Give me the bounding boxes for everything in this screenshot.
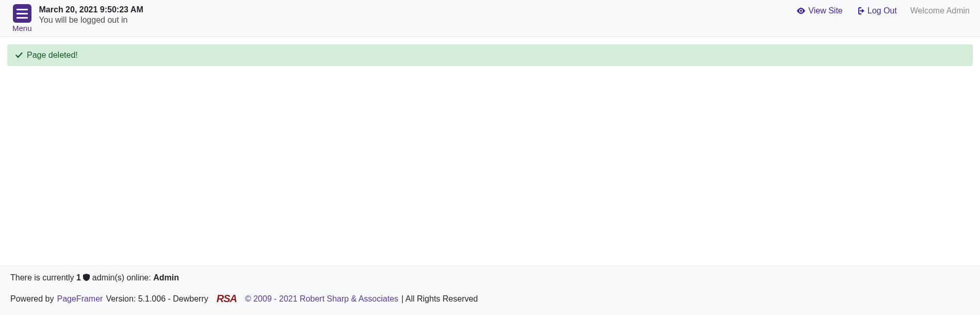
success-alert: Page deleted! bbox=[7, 44, 973, 66]
hamburger-icon bbox=[17, 9, 28, 10]
menu-label[interactable]: Menu bbox=[12, 24, 32, 33]
view-site-link[interactable]: View Site bbox=[797, 6, 842, 15]
check-icon bbox=[15, 52, 23, 58]
log-out-label: Log Out bbox=[868, 6, 897, 15]
sign-out-icon bbox=[856, 7, 864, 14]
header-bar: Menu March 20, 2021 9:50:23 AM You will … bbox=[0, 0, 980, 37]
powered-by-prefix: Powered by bbox=[10, 294, 54, 304]
header-right: View Site Log Out Welcome Admin bbox=[797, 4, 970, 15]
admin-name: Admin bbox=[153, 273, 179, 282]
footer-admin-status: There is currently 1 admin(s) online: Ad… bbox=[10, 273, 970, 282]
log-out-link[interactable]: Log Out bbox=[856, 6, 897, 15]
copyright-link[interactable]: © 2009 - 2021 Robert Sharp & Associates bbox=[245, 294, 398, 304]
header-timestamp: March 20, 2021 9:50:23 AM bbox=[39, 5, 143, 14]
rights-text: | All Rights Reserved bbox=[401, 294, 478, 304]
hamburger-icon bbox=[17, 17, 28, 19]
currently-prefix: There is currently bbox=[10, 273, 76, 282]
header-left: Menu March 20, 2021 9:50:23 AM You will … bbox=[12, 4, 143, 33]
footer-meta: Powered by PageFramer Version: 5.1.006 -… bbox=[10, 293, 970, 305]
alert-message: Page deleted! bbox=[27, 51, 78, 60]
version-text: Version: 5.1.006 - Dewberry bbox=[106, 294, 208, 304]
header-info: March 20, 2021 9:50:23 AM You will be lo… bbox=[39, 4, 143, 25]
eye-icon bbox=[797, 8, 805, 14]
welcome-text: Welcome Admin bbox=[910, 6, 970, 15]
shield-icon bbox=[83, 274, 90, 281]
rsa-logo: RSA bbox=[217, 293, 237, 305]
footer-bar: There is currently 1 admin(s) online: Ad… bbox=[0, 265, 980, 315]
hamburger-icon bbox=[17, 13, 28, 14]
pageframer-link[interactable]: PageFramer bbox=[57, 294, 103, 304]
menu-button-wrap: Menu bbox=[12, 4, 32, 33]
admin-count: 1 bbox=[76, 273, 81, 282]
svg-point-0 bbox=[800, 10, 802, 12]
content-area: Page deleted! bbox=[0, 37, 980, 73]
admins-online-text: admin(s) online: bbox=[90, 273, 153, 282]
menu-button[interactable] bbox=[13, 4, 31, 23]
view-site-label: View Site bbox=[808, 6, 842, 15]
logout-countdown-msg: You will be logged out in bbox=[39, 15, 143, 25]
